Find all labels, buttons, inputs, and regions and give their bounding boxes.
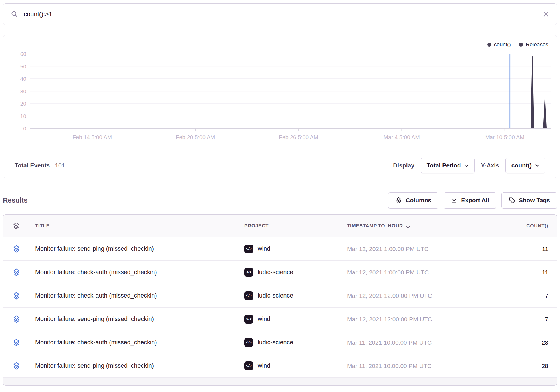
project-platform-icon: </> [244, 315, 253, 324]
total-events-label: Total Events [15, 162, 50, 169]
event-title-link[interactable]: Monitor failure: send-ping (missed_check… [35, 316, 244, 323]
column-header-project[interactable]: PROJECT [244, 223, 347, 229]
timestamp-cell: Mar 12, 2021 12:00:00 PM UTC 7 [347, 292, 548, 299]
svg-text:Feb 14 5:00 AM: Feb 14 5:00 AM [72, 134, 112, 140]
chart-legend: count() Releases [487, 41, 548, 48]
chart-footer: Total Events 101 Display Total Period Y-… [3, 153, 557, 178]
export-all-button-label: Export All [461, 197, 489, 204]
project-name: wind [258, 245, 270, 252]
show-tags-button[interactable]: Show Tags [501, 192, 557, 209]
event-title-link[interactable]: Monitor failure: check-auth (missed_chec… [35, 292, 244, 299]
project-cell: </> wind [244, 315, 347, 324]
project-platform-icon: </> [244, 361, 253, 370]
show-tags-button-label: Show Tags [519, 197, 550, 204]
table-header-row: TITLE PROJECT TIMESTAMP.TO_HOUR COUNT() [3, 215, 557, 237]
table-footer-strip [3, 378, 557, 385]
table-row: Monitor failure: send-ping (missed_check… [3, 354, 557, 378]
columns-button[interactable]: Columns [388, 192, 438, 209]
table-row: Monitor failure: check-auth (missed_chec… [3, 261, 557, 284]
layers-icon [395, 197, 402, 204]
svg-text:30: 30 [20, 88, 26, 94]
yaxis-dropdown[interactable]: count() [505, 158, 545, 173]
releases-series-dot-icon [519, 43, 523, 47]
count-cell: 28 [432, 339, 548, 346]
timestamp-cell: Mar 11, 2021 10:00:00 PM UTC 28 [347, 363, 548, 369]
project-cell: </> ludic-science [244, 268, 347, 277]
layers-icon[interactable] [12, 362, 35, 370]
project-platform-icon: </> [244, 245, 253, 253]
count-cell: 28 [432, 363, 548, 369]
count-cell: 7 [432, 292, 548, 299]
timestamp-cell: Mar 12, 2021 12:00:00 PM UTC 7 [347, 316, 548, 323]
layers-icon[interactable] [12, 268, 35, 276]
project-platform-icon: </> [244, 338, 253, 347]
svg-text:0: 0 [23, 126, 26, 132]
timestamp-cell: Mar 12, 2021 1:00:00 PM UTC 11 [347, 246, 548, 252]
table-row: Monitor failure: send-ping (missed_check… [3, 237, 557, 261]
event-title-link[interactable]: Monitor failure: check-auth (missed_chec… [35, 269, 244, 276]
svg-text:Feb 20 5:00 AM: Feb 20 5:00 AM [176, 134, 215, 140]
project-cell: </> ludic-science [244, 338, 347, 347]
project-cell: </> wind [244, 245, 347, 253]
event-title-link[interactable]: Monitor failure: check-auth (missed_chec… [35, 339, 244, 346]
results-title: Results [3, 196, 28, 204]
columns-button-label: Columns [406, 197, 431, 204]
layers-icon[interactable] [12, 292, 35, 300]
project-name: ludic-science [258, 269, 293, 276]
count-cell: 11 [429, 269, 548, 276]
sort-descending-arrow-icon [405, 223, 410, 229]
results-header-row: Results Columns Export All Show Tags [3, 192, 557, 209]
table-row: Monitor failure: send-ping (missed_check… [3, 308, 557, 331]
column-header-timestamp[interactable]: TIMESTAMP.TO_HOUR COUNT() [347, 223, 548, 229]
column-header-count[interactable]: COUNT() [413, 223, 548, 229]
events-chart-panel: count() Releases 0102030405060Feb 14 5:0… [3, 35, 557, 178]
layers-icon[interactable] [12, 222, 35, 230]
project-name: wind [258, 362, 270, 369]
layers-icon[interactable] [12, 338, 35, 347]
timestamp-cell: Mar 11, 2021 10:00:00 PM UTC 28 [347, 339, 548, 346]
svg-text:Feb 26 5:00 AM: Feb 26 5:00 AM [279, 134, 318, 140]
project-cell: </> ludic-science [244, 291, 347, 300]
project-platform-icon: </> [244, 291, 253, 300]
legend-item-count[interactable]: count() [487, 41, 511, 48]
svg-text:50: 50 [20, 64, 26, 70]
layers-icon[interactable] [12, 245, 35, 253]
search-icon [11, 10, 19, 18]
export-all-button[interactable]: Export All [444, 192, 496, 209]
yaxis-dropdown-value: count() [511, 162, 532, 169]
column-header-title[interactable]: TITLE [35, 223, 244, 229]
chevron-down-icon [535, 164, 539, 167]
count-cell: 11 [429, 246, 548, 252]
count-series-dot-icon [487, 43, 491, 47]
legend-item-releases[interactable]: Releases [519, 41, 548, 48]
results-table: TITLE PROJECT TIMESTAMP.TO_HOUR COUNT() … [3, 214, 557, 386]
download-icon [451, 197, 458, 204]
legend-label: count() [494, 41, 511, 48]
project-name: ludic-science [258, 339, 293, 346]
event-title-link[interactable]: Monitor failure: send-ping (missed_check… [35, 362, 244, 369]
project-cell: </> wind [244, 361, 347, 370]
count-cell: 7 [432, 316, 548, 323]
clear-search-button[interactable] [543, 11, 549, 18]
search-input[interactable] [24, 11, 537, 18]
yaxis-label: Y-Axis [481, 162, 499, 169]
event-title-link[interactable]: Monitor failure: send-ping (missed_check… [35, 245, 244, 252]
layers-icon[interactable] [12, 315, 35, 323]
project-platform-icon: </> [244, 268, 253, 277]
display-dropdown[interactable]: Total Period [421, 158, 475, 173]
svg-text:40: 40 [20, 76, 26, 82]
display-dropdown-value: Total Period [427, 162, 461, 169]
project-name: ludic-science [258, 292, 293, 299]
svg-text:Mar 10 5:00 AM: Mar 10 5:00 AM [485, 134, 525, 140]
events-over-time-chart[interactable]: 0102030405060Feb 14 5:00 AMFeb 20 5:00 A… [3, 35, 557, 149]
total-events-value: 101 [55, 162, 65, 169]
svg-text:20: 20 [20, 101, 26, 107]
svg-text:10: 10 [20, 113, 26, 119]
timestamp-cell: Mar 12, 2021 1:00:00 PM UTC 11 [347, 269, 548, 276]
table-row: Monitor failure: check-auth (missed_chec… [3, 284, 557, 308]
table-row: Monitor failure: check-auth (missed_chec… [3, 331, 557, 354]
display-label: Display [393, 162, 414, 169]
svg-text:60: 60 [20, 51, 26, 57]
svg-text:Mar 4 5:00 AM: Mar 4 5:00 AM [384, 134, 420, 140]
chevron-down-icon [464, 164, 469, 167]
